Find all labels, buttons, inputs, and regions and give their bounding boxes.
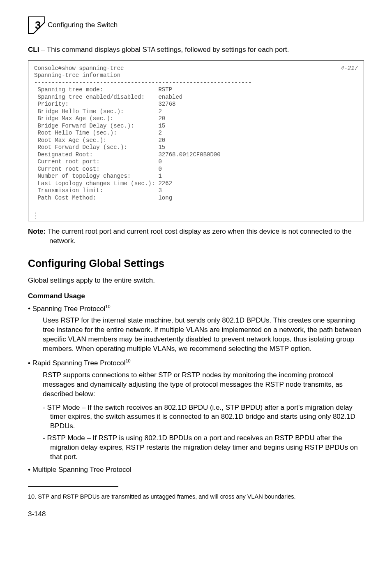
cli-label: CLI <box>28 46 39 53</box>
chapter-icon: 3 <box>28 16 45 34</box>
bullet-title: Rapid Spanning Tree Protocol <box>32 359 126 367</box>
sub-list-item: STP Mode – If the switch receives an 802… <box>35 403 364 432</box>
list-item: Rapid Spanning Tree Protocol10 RSTP supp… <box>28 358 364 462</box>
page-header: 3 Configuring the Switch <box>28 16 364 34</box>
code-page-ref: 4-217 <box>341 65 358 72</box>
note-text: The current root port and current root c… <box>48 227 352 245</box>
page-title: Configuring the Switch <box>48 21 118 29</box>
footnote-number: 10. <box>28 493 36 500</box>
cli-intro: CLI – This command displays global STA s… <box>28 45 364 55</box>
sub-list: STP Mode – If the switch receives an 802… <box>35 403 364 462</box>
bullet-list: Spanning Tree Protocol10 Uses RSTP for t… <box>28 304 364 475</box>
footnote: 10. STP and RSTP BPDUs are transmitted a… <box>28 493 364 501</box>
cli-intro-text: – This command displays global STA setti… <box>39 46 289 53</box>
bullet-title: Multiple Spanning Tree Protocol <box>32 466 131 474</box>
footnote-rule <box>28 486 118 487</box>
code-rows: Spanning tree mode: RSTP Spanning tree e… <box>34 86 221 201</box>
cli-output-box: 4-217Console#show spanning-tree Spanning… <box>28 60 364 221</box>
chapter-number: 3 <box>35 19 41 31</box>
code-line: Spanning-tree information <box>34 72 120 79</box>
code-line: Console#show spanning-tree <box>34 65 124 72</box>
note-block: Note: The current root port and current … <box>28 227 364 246</box>
section-heading: Configuring Global Settings <box>28 258 364 269</box>
footnote-ref: 10 <box>126 358 131 363</box>
code-separator: ----------------------------------------… <box>34 79 251 86</box>
sub-list-item: RSTP Mode – If RSTP is using 802.1D BPDU… <box>35 434 364 462</box>
code-ellipsis: . . . <box>34 211 358 219</box>
bullet-body: Uses RSTP for the internal state machine… <box>35 316 364 354</box>
footnote-text: STP and RSTP BPDUs are transmitted as un… <box>38 493 295 500</box>
command-usage-heading: Command Usage <box>28 292 364 300</box>
note-label: Note: <box>28 227 46 235</box>
bullet-title: Spanning Tree Protocol <box>32 304 106 312</box>
bullet-body: RSTP supports connections to either STP … <box>35 371 364 399</box>
list-item: Spanning Tree Protocol10 Uses RSTP for t… <box>28 304 364 354</box>
section-intro: Global settings apply to the entire swit… <box>28 276 364 286</box>
footnote-ref: 10 <box>105 304 110 309</box>
list-item: Multiple Spanning Tree Protocol <box>28 465 364 475</box>
page-number: 3-148 <box>28 510 364 518</box>
